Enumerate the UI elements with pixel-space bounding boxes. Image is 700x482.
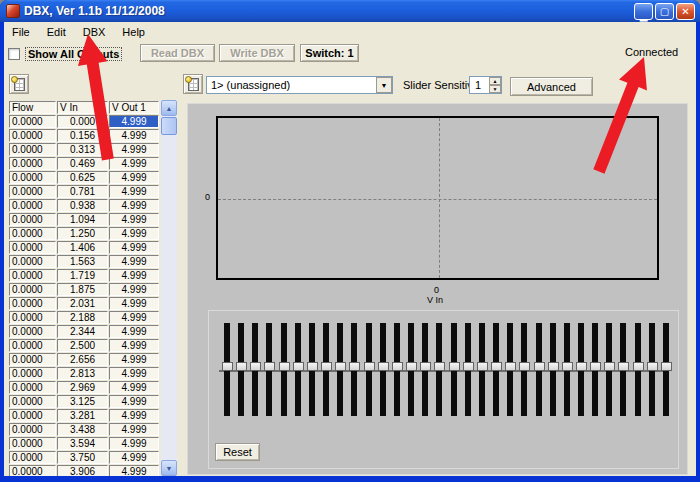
channel-slider[interactable] [519,311,530,431]
channel-slider[interactable] [576,311,587,431]
advanced-button[interactable]: Advanced [510,77,593,96]
table-cell[interactable]: 0.0000 [9,423,56,436]
channel-slider[interactable] [562,311,573,431]
table-cell[interactable]: 0.0000 [9,241,56,254]
slider-thumb[interactable] [604,362,615,371]
table-cell[interactable]: 0.0000 [9,171,56,184]
table-cell[interactable]: 4.999 [109,213,159,226]
edit-channel-button[interactable] [183,74,203,94]
channel-slider[interactable] [392,311,403,431]
slider-thumb[interactable] [279,362,290,371]
channel-slider[interactable] [222,311,233,431]
channel-slider[interactable] [449,311,460,431]
show-all-outputs-checkbox[interactable] [8,48,20,60]
channel-slider[interactable] [406,311,417,431]
table-cell[interactable]: 1.719 [57,269,108,282]
table-cell[interactable]: 3.438 [57,423,108,436]
read-dbx-button[interactable]: Read DBX [140,44,215,62]
column-header-vin[interactable]: V In [57,101,108,114]
channel-slider[interactable] [250,311,261,431]
table-cell[interactable]: 4.999 [109,353,159,366]
slider-thumb[interactable] [519,362,530,371]
table-cell[interactable]: 0.0000 [9,185,56,198]
menu-file[interactable]: File [8,25,34,39]
table-cell[interactable]: 0.0000 [9,367,56,380]
slider-thumb[interactable] [434,362,445,371]
slider-thumb[interactable] [378,362,389,371]
slider-thumb[interactable] [307,362,318,371]
table-cell[interactable]: 0.938 [57,199,108,212]
table-cell[interactable]: 4.999 [109,241,159,254]
table-cell[interactable]: 0.0000 [9,437,56,450]
table-cell[interactable]: 3.594 [57,437,108,450]
table-cell[interactable]: 4.999 [109,255,159,268]
table-cell[interactable]: 0.0000 [9,255,56,268]
channel-slider[interactable] [321,311,332,431]
table-cell[interactable]: 0.625 [57,171,108,184]
table-cell[interactable]: 0.469 [57,157,108,170]
table-cell[interactable]: 1.875 [57,283,108,296]
table-cell[interactable]: 4.999 [109,269,159,282]
channel-slider[interactable] [434,311,445,431]
table-cell[interactable]: 1.094 [57,213,108,226]
slider-thumb[interactable] [250,362,261,371]
table-cell[interactable]: 2.656 [57,353,108,366]
slider-thumb[interactable] [364,362,375,371]
slider-thumb[interactable] [534,362,545,371]
slider-thumb[interactable] [505,362,516,371]
slider-thumb[interactable] [335,362,346,371]
table-cell[interactable]: 0.0000 [9,227,56,240]
table-cell[interactable]: 0.0000 [9,283,56,296]
slider-thumb[interactable] [406,362,417,371]
slider-thumb[interactable] [661,362,672,371]
slider-thumb[interactable] [562,362,573,371]
channel-slider[interactable] [264,311,275,431]
minimize-button[interactable]: ▁ [634,3,653,20]
switch-button[interactable]: Switch: 1 [300,44,359,62]
slider-thumb[interactable] [236,362,247,371]
table-cell[interactable]: 4.999 [109,199,159,212]
channel-slider[interactable] [647,311,658,431]
table-cell[interactable]: 2.969 [57,381,108,394]
table-cell[interactable]: 0.0000 [9,297,56,310]
channel-slider[interactable] [604,311,615,431]
slider-thumb[interactable] [420,362,431,371]
table-cell[interactable]: 4.999 [109,339,159,352]
table-cell[interactable]: 0.0000 [9,115,56,128]
channel-slider[interactable] [491,311,502,431]
table-cell[interactable]: 4.999 [109,451,159,464]
spin-down-icon[interactable]: ▼ [489,85,501,93]
table-cell[interactable]: 0.0000 [9,157,56,170]
scroll-up-icon[interactable]: ▲ [161,100,177,116]
slider-thumb[interactable] [293,362,304,371]
table-cell[interactable]: 4.999 [109,423,159,436]
channel-slider[interactable] [378,311,389,431]
export-table-button[interactable] [9,74,29,94]
table-cell[interactable]: 0.000 [57,115,108,128]
spin-up-icon[interactable]: ▲ [489,77,501,85]
table-cell[interactable]: 0.0000 [9,395,56,408]
table-cell[interactable]: 4.999 [109,325,159,338]
titlebar[interactable]: DBX, Ver 1.1b 11/12/2008 ▁ ▢ ✕ [0,0,700,22]
slider-thumb[interactable] [463,362,474,371]
table-cell[interactable]: 2.031 [57,297,108,310]
channel-slider[interactable] [293,311,304,431]
table-cell[interactable]: 4.999 [109,227,159,240]
table-cell[interactable]: 4.999 [109,185,159,198]
write-dbx-button[interactable]: Write DBX [219,44,295,62]
table-cell[interactable]: 0.0000 [9,129,56,142]
table-cell[interactable]: 4.999 [109,437,159,450]
table-cell[interactable]: 0.0000 [9,311,56,324]
slider-sensitivity-stepper[interactable]: 1 ▲ ▼ [469,76,502,94]
table-cell[interactable]: 0.313 [57,143,108,156]
table-cell[interactable]: 4.999 [109,283,159,296]
slider-thumb[interactable] [548,362,559,371]
channel-slider[interactable] [661,311,672,431]
slider-thumb[interactable] [321,362,332,371]
table-cell[interactable]: 1.250 [57,227,108,240]
close-button[interactable]: ✕ [676,3,695,20]
table-scrollbar[interactable]: ▲ ▼ [161,100,177,476]
table-cell[interactable]: 4.999 [109,157,159,170]
slider-thumb[interactable] [349,362,360,371]
menu-help[interactable]: Help [118,25,149,39]
